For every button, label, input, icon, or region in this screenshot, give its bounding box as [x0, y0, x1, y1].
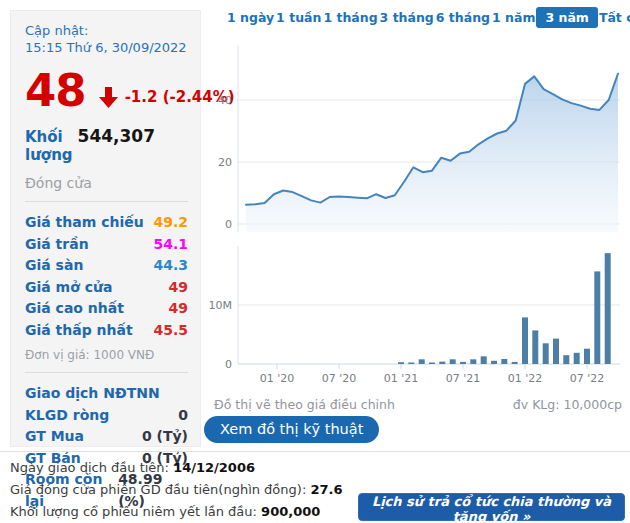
volume-bar	[563, 355, 569, 364]
volume-bar	[522, 317, 528, 364]
current-price: 48	[25, 70, 86, 111]
volume-bar	[512, 362, 518, 364]
row-open-price: Giá mở cửa 49	[25, 277, 188, 299]
volume-unit-note: đv KLg: 10,000cp	[513, 397, 622, 412]
current-price-row: 48 -1.2 (-2.44%)	[25, 65, 188, 111]
chart-notes: Đồ thị vẽ theo giá điều chỉnh đv KLg: 10…	[214, 397, 622, 412]
update-datetime: 15:15 Thứ 6, 30/09/2022	[25, 39, 188, 56]
first-listed-volume-row: Khối lượng cổ phiếu niêm yết lần đầu: 90…	[10, 501, 342, 523]
volume-bar	[408, 363, 414, 365]
volume-row: Khối lượng 544,307	[25, 126, 188, 164]
row-floor-price: Giá sàn 44.3	[25, 255, 188, 277]
volume-bar	[491, 361, 497, 364]
price-area-fill	[246, 74, 618, 232]
price-down-arrow-icon	[99, 87, 118, 108]
tab-1-week[interactable]: 1 tuần	[275, 7, 322, 28]
tab-6-months[interactable]: 6 tháng	[435, 7, 491, 28]
volume-bar	[605, 253, 611, 364]
volume-bar	[532, 330, 538, 364]
row-high-price: Giá cao nhất 49	[25, 298, 188, 320]
volume-bar-chart: 010M01 '2007 '2001 '2107 '2101 '2207 '22	[210, 240, 630, 398]
row-low-price: Giá thấp nhất 45.5	[25, 320, 188, 342]
close-state-label: Đóng cửa	[25, 175, 188, 191]
volume-bar	[501, 359, 507, 364]
row-net-foreign-volume: KLGD ròng 0	[25, 405, 188, 427]
x-axis-tick-label: 01 '21	[384, 372, 419, 385]
volume-bar	[429, 363, 435, 365]
y-axis-tick-label: 20	[218, 156, 232, 169]
row-ceiling-price: Giá trần 54.1	[25, 234, 188, 256]
technical-chart-button[interactable]: Xem đồ thị kỹ thuật	[204, 416, 379, 443]
foreign-trading-header: Giao dịch NĐTNN	[25, 383, 188, 405]
y-axis-tick-label: 0	[225, 358, 232, 371]
price-area-chart: 02040	[210, 40, 630, 238]
adjusted-price-note: Đồ thị vẽ theo giá điều chỉnh	[214, 397, 395, 412]
volume-bar	[481, 356, 487, 364]
price-info-panel: Cập nhật: 15:15 Thứ 6, 30/09/2022 48 -1.…	[10, 10, 201, 447]
volume-bar	[553, 339, 559, 364]
first-trading-day-row: Ngày giao dịch đầu tiên: 14/12/2006	[10, 457, 342, 479]
y-axis-tick-label: 40	[218, 94, 232, 107]
y-axis-tick-label: 0	[225, 218, 232, 231]
volume-bar	[460, 362, 466, 364]
row-reference-price: Giá tham chiếu 49.2	[25, 212, 188, 234]
tab-all[interactable]: Tất cả	[598, 7, 630, 28]
volume-bar	[450, 359, 456, 364]
listing-info: Ngày giao dịch đầu tiên: 14/12/2006 Giá …	[10, 457, 342, 523]
divider	[25, 201, 188, 202]
volume-bar	[398, 362, 404, 364]
time-range-tabs: 1 ngày 1 tuần 1 tháng 3 tháng 6 tháng 1 …	[226, 7, 624, 28]
volume-bar	[439, 362, 445, 364]
update-time: Cập nhật: 15:15 Thứ 6, 30/09/2022	[25, 11, 188, 56]
divider	[25, 372, 188, 373]
update-label: Cập nhật:	[25, 22, 188, 39]
x-axis-tick-label: 01 '20	[260, 372, 295, 385]
volume-bar	[543, 343, 549, 364]
x-axis-tick-label: 07 '22	[570, 372, 605, 385]
volume-bar	[594, 271, 600, 364]
tab-3-months[interactable]: 3 tháng	[379, 7, 435, 28]
x-axis-tick-label: 07 '20	[322, 372, 357, 385]
first-close-price-row: Giá đóng cửa phiên GD đầu tiên(nghìn đồn…	[10, 479, 342, 501]
section-divider	[0, 451, 630, 452]
tab-1-day[interactable]: 1 ngày	[226, 7, 275, 28]
dividend-history-button[interactable]: Lịch sử trả cổ tức chia thường và tăng v…	[358, 493, 625, 521]
volume-bar	[574, 353, 580, 364]
volume-bar	[419, 359, 425, 364]
price-unit-note: Đơn vị giá: 1000 VNĐ	[25, 348, 188, 362]
volume-bar	[470, 359, 476, 364]
volume-value: 544,307	[78, 126, 188, 146]
x-axis-tick-label: 07 '21	[446, 372, 481, 385]
y-axis-tick-label: 10M	[210, 299, 232, 312]
volume-label: Khối lượng	[25, 128, 78, 164]
tab-1-month[interactable]: 1 tháng	[322, 7, 378, 28]
x-axis-tick-label: 01 '22	[508, 372, 543, 385]
volume-bar	[584, 349, 590, 364]
row-foreign-buy-value: GT Mua 0 (Tỷ)	[25, 426, 188, 448]
tab-1-year[interactable]: 1 năm	[491, 7, 536, 28]
tab-3-years[interactable]: 3 năm	[536, 7, 597, 28]
